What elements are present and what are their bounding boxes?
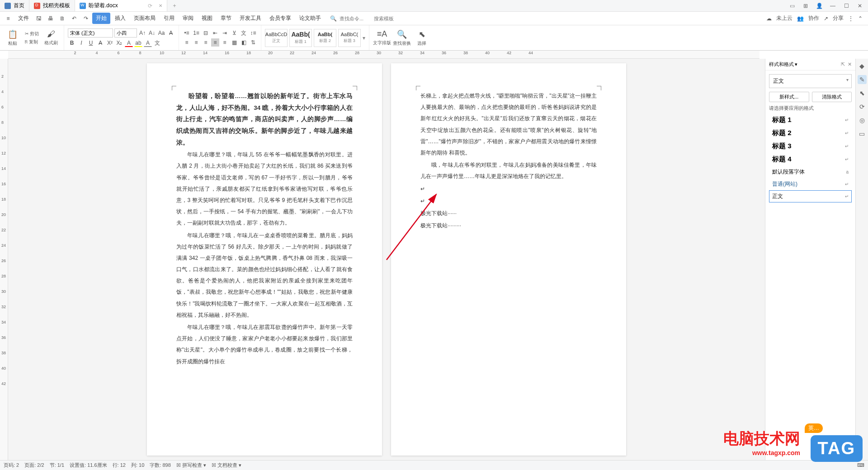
align-justify-icon[interactable]: ≡ bbox=[211, 38, 219, 47]
sort-icon[interactable]: ⇅ bbox=[249, 38, 257, 47]
paragraph[interactable]: 哦，年味儿在爷爷的对联里，年味儿在妈妈准备的美味佳肴里，年味儿在一声声爆竹里……… bbox=[420, 160, 597, 182]
print-icon[interactable]: 🖶 bbox=[45, 13, 56, 24]
style-item-h3[interactable]: 标题 3↵ bbox=[769, 140, 852, 153]
current-style-display[interactable]: 正文 bbox=[769, 74, 852, 88]
page-1[interactable]: 盼望着，盼望着……翘首以盼的新年近了。街市上车水马龙，人山人海，好不热闹。34 … bbox=[147, 63, 382, 456]
menu-review[interactable]: 审阅 bbox=[179, 13, 197, 24]
align-center-icon[interactable]: ≡ bbox=[192, 38, 200, 47]
style-heading1[interactable]: AaBb(标题 1 bbox=[289, 29, 312, 47]
menu-start[interactable]: 开始 bbox=[92, 13, 110, 24]
tab-sync-icon[interactable]: ⟳ bbox=[148, 3, 152, 9]
shading-icon[interactable]: A bbox=[144, 39, 152, 47]
style-item-h1[interactable]: 标题 1↵ bbox=[769, 113, 852, 127]
maximize-button[interactable]: ☐ bbox=[842, 1, 851, 10]
align-distribute-icon[interactable]: ≡ bbox=[221, 38, 229, 47]
cut-button[interactable]: ✂ 剪切 bbox=[24, 30, 40, 38]
paragraph[interactable]: 极光下载站········· bbox=[420, 220, 597, 231]
template-search-input[interactable] bbox=[374, 16, 406, 21]
superscript-icon[interactable]: X² bbox=[106, 39, 114, 47]
italic-icon[interactable]: I bbox=[77, 39, 85, 47]
status-wordcount[interactable]: 字数: 898 bbox=[150, 462, 170, 469]
menu-hamburger-icon[interactable]: ≡ bbox=[3, 13, 14, 24]
paragraph[interactable]: 年味儿在哪里？哦，年味儿在一桌桌香喷喷的菜肴里。腊月底，妈妈为过年的饭菜忙活了 … bbox=[176, 230, 353, 321]
new-style-button[interactable]: 新样式... bbox=[769, 92, 809, 102]
ime-icon[interactable]: ⌨ bbox=[857, 462, 864, 468]
collapse-ribbon-icon[interactable]: ⌃ bbox=[858, 15, 863, 22]
paragraph[interactable]: ↵ bbox=[420, 183, 597, 195]
more-icon[interactable]: ⋮ bbox=[848, 15, 854, 22]
menu-chapter[interactable]: 章节 bbox=[217, 13, 235, 24]
preview-icon[interactable]: 🗎 bbox=[57, 13, 68, 24]
tab-close-button[interactable]: ✕ bbox=[159, 3, 162, 8]
document-area[interactable]: 盼望着，盼望着……翘首以盼的新年近了。街市上车水马龙，人山人海，好不热闹。34 … bbox=[8, 59, 765, 460]
menu-view[interactable]: 视图 bbox=[198, 13, 216, 24]
multilevel-list-icon[interactable]: ⊟ bbox=[202, 29, 210, 37]
status-row[interactable]: 行: 12 bbox=[113, 462, 126, 469]
style-normal[interactable]: AaBbCcD正文 bbox=[265, 29, 288, 47]
minimize-button[interactable]: — bbox=[828, 1, 837, 10]
number-list-icon[interactable]: 1≡ bbox=[192, 29, 200, 37]
cursor-icon[interactable]: ⬉ bbox=[858, 89, 867, 98]
tab-settings-icon[interactable]: ⊻ bbox=[230, 29, 238, 37]
menu-reference[interactable]: 引用 bbox=[160, 13, 178, 24]
status-col[interactable]: 列: 10 bbox=[131, 462, 144, 469]
undo-icon[interactable]: ↶ bbox=[69, 13, 80, 24]
underline-icon[interactable]: U bbox=[87, 39, 95, 47]
format-painter-button[interactable]: 🖌格式刷 bbox=[42, 27, 60, 49]
command-search-input[interactable] bbox=[340, 16, 371, 21]
pencil-icon[interactable]: ✎ bbox=[858, 75, 867, 84]
close-panel-icon[interactable]: ✕ bbox=[848, 61, 852, 67]
style-item-h4[interactable]: 标题 4↵ bbox=[769, 153, 852, 166]
save-icon[interactable]: 🖫 bbox=[33, 13, 44, 24]
ruler-horizontal[interactable]: 2468101214161820222426283032343638404244 bbox=[8, 51, 760, 59]
styles-dropdown-icon[interactable]: ▾ bbox=[363, 35, 365, 41]
highlight-icon[interactable]: ab bbox=[134, 39, 142, 47]
share-icon[interactable]: ↗ bbox=[824, 15, 828, 22]
status-page-of[interactable]: 页面: 2/2 bbox=[24, 462, 44, 469]
font-color-icon[interactable]: A bbox=[125, 39, 133, 47]
clear-format-icon[interactable]: A̶ bbox=[167, 29, 175, 37]
menu-paper[interactable]: 论文助手 bbox=[296, 13, 325, 24]
user-icon[interactable]: 👤 bbox=[815, 1, 824, 10]
text-tools-button[interactable]: ≡A文字排版 bbox=[373, 27, 391, 49]
dropdown-icon[interactable]: ▾ bbox=[795, 61, 797, 67]
close-button[interactable]: ✕ bbox=[855, 1, 864, 10]
font-size-select[interactable] bbox=[114, 28, 137, 38]
collab-icon[interactable]: 👥 bbox=[797, 15, 804, 22]
apps-icon[interactable]: ⊞ bbox=[801, 1, 810, 10]
paragraph[interactable]: 长梯上，拿起火把点燃导火线，"噼里啪啦"响彻云霄，"出天星"这一挂鞭主人要挑最大… bbox=[420, 90, 597, 159]
page-2[interactable]: 长梯上，拿起火把点燃导火线，"噼里啪啦"响彻云霄，"出天星"这一挂鞭主人要挑最大… bbox=[391, 63, 626, 456]
style-item-h2[interactable]: 标题 2↵ bbox=[769, 127, 852, 140]
increase-indent-icon[interactable]: ⇥ bbox=[221, 29, 229, 37]
style-item-default-font[interactable]: 默认段落字体a bbox=[769, 166, 852, 178]
ruler-vertical[interactable]: 24681012141618202224262830323436384042 bbox=[0, 59, 8, 460]
refresh-icon[interactable]: ⟳ bbox=[858, 102, 867, 111]
menu-dev[interactable]: 开发工具 bbox=[236, 13, 265, 24]
subscript-icon[interactable]: X₂ bbox=[115, 39, 123, 47]
increase-font-icon[interactable]: A↑ bbox=[138, 29, 146, 37]
border-icon[interactable]: ▦ bbox=[230, 38, 238, 47]
paragraph[interactable]: 年味儿在哪里？哦，年味儿 55 在爷爷一幅幅笔墨飘香的对联里。进入腊 2 月，街… bbox=[176, 149, 353, 229]
paragraph-lead[interactable]: 盼望着，盼望着……翘首以盼的新年近了。街市上车水马龙，人山人海，好不热闹。34 … bbox=[176, 90, 353, 148]
book-icon[interactable]: ▭ bbox=[858, 129, 867, 138]
align-right-icon[interactable]: ≡ bbox=[202, 38, 210, 47]
tab-document[interactable]: 盼望着.docx ⟳ ✕ bbox=[75, 0, 167, 11]
redo-icon[interactable]: ↷ bbox=[80, 13, 91, 24]
style-heading2[interactable]: AaBb(标题 2 bbox=[314, 29, 336, 47]
find-replace-button[interactable]: 🔍查找替换 bbox=[393, 27, 411, 49]
align-left-icon[interactable]: ≡ bbox=[183, 38, 191, 47]
select-button[interactable]: ⬉选择 bbox=[413, 27, 431, 49]
marker-icon[interactable]: ◎ bbox=[858, 116, 867, 125]
pinyin-icon[interactable]: 文 bbox=[153, 39, 161, 47]
diamond-icon[interactable]: ◆ bbox=[858, 61, 867, 70]
status-setval[interactable]: 设置值: 11.6厘米 bbox=[70, 462, 107, 469]
menu-layout[interactable]: 页面布局 bbox=[130, 13, 159, 24]
layout-icon[interactable]: ▭ bbox=[788, 1, 797, 10]
shading-para-icon[interactable]: ◧ bbox=[240, 38, 248, 47]
decrease-indent-icon[interactable]: ⇤ bbox=[211, 29, 219, 37]
decrease-font-icon[interactable]: A↓ bbox=[148, 29, 156, 37]
paste-button[interactable]: 📋粘贴 bbox=[4, 27, 22, 49]
status-spellcheck[interactable]: ☒ 拼写检查 ▾ bbox=[176, 462, 206, 469]
strike-icon[interactable]: A̶ bbox=[96, 39, 104, 47]
status-section[interactable]: 节: 1/1 bbox=[50, 462, 64, 469]
